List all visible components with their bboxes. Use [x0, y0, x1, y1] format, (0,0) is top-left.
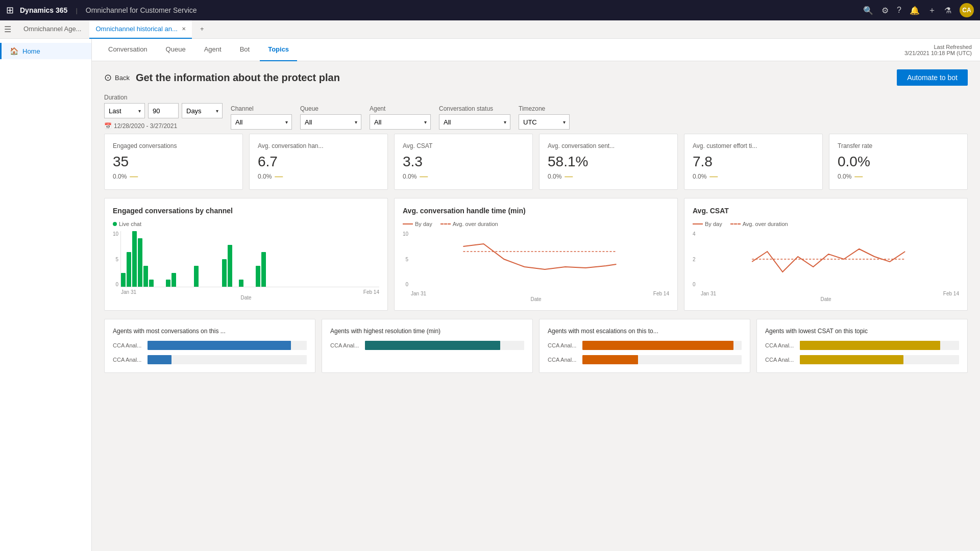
- analytics-tabs: Conversation Queue Agent Bot Topics Last…: [92, 39, 980, 61]
- kpi-footer: 0.0% —: [548, 172, 669, 181]
- refresh-date: 3/21/2021 10:18 PM (UTC): [904, 50, 972, 56]
- last-select[interactable]: Last: [104, 103, 145, 118]
- tab-omnichannel-age[interactable]: Omnichannel Age...: [17, 20, 87, 39]
- tab-bot[interactable]: Bot: [232, 39, 258, 61]
- tab-omnichannel-historical[interactable]: Omnichannel historical an... ✕: [89, 20, 191, 39]
- queue-label: Queue: [300, 105, 361, 112]
- queue-select[interactable]: All: [300, 114, 361, 130]
- legend-label: Avg. over duration: [743, 221, 788, 227]
- kpi-change: 0.0%: [113, 173, 127, 180]
- legend-dashed: [440, 223, 451, 224]
- kpi-engaged-conversations: Engaged conversations 35 0.0% —: [104, 134, 243, 190]
- notification-icon[interactable]: 🔔: [910, 6, 920, 15]
- kpi-title: Avg. customer effort ti...: [693, 142, 814, 149]
- kpi-avg-handle-time: Avg. conversation han... 6.7 0.0% —: [249, 134, 388, 190]
- status-filter: Conversation status All: [439, 105, 510, 130]
- help-icon[interactable]: ?: [897, 6, 901, 15]
- kpi-title: Avg. conversation han...: [258, 142, 379, 149]
- tab-label: Omnichannel historical an...: [95, 25, 177, 33]
- legend-avg: Avg. over duration: [440, 221, 498, 227]
- bar-fill: [148, 341, 291, 350]
- bar-track: [800, 341, 959, 350]
- bar-label: CCA Anal...: [113, 357, 143, 363]
- bar-row: CCA Anal...: [113, 355, 307, 364]
- days-unit-select[interactable]: Days: [182, 103, 223, 118]
- bar-track: [365, 341, 524, 350]
- line-chart-svg: [410, 231, 669, 287]
- hamburger-icon[interactable]: ☰: [4, 24, 11, 34]
- bar-chart-area: [120, 231, 379, 287]
- kpi-footer: 0.0% —: [403, 172, 524, 181]
- bar-label: CCA Anal...: [113, 342, 143, 348]
- back-button[interactable]: ⊙ Back: [104, 72, 130, 83]
- y-axis: 420: [693, 231, 698, 287]
- back-label: Back: [115, 74, 130, 82]
- avatar[interactable]: CA: [960, 3, 974, 17]
- legend-label: Avg. over duration: [453, 221, 498, 227]
- bar-fill: [582, 355, 638, 364]
- plus-icon[interactable]: ＋: [928, 5, 936, 16]
- bar-fill: [800, 355, 903, 364]
- filter-icon[interactable]: ⚗: [944, 6, 951, 15]
- page-header: ⊙ Back Get the information about the pro…: [104, 69, 968, 86]
- legend-by-day: By day: [403, 221, 432, 227]
- bar-row: CCA Anal...: [765, 341, 959, 350]
- bar: [261, 252, 266, 287]
- chart-title: Avg. conversation handle time (min): [403, 207, 669, 215]
- kpi-customer-effort: Avg. customer effort ti... 7.8 0.0% —: [684, 134, 823, 190]
- bar-fill: [800, 341, 940, 350]
- kpi-dash: —: [130, 172, 138, 181]
- bar-fill: [148, 355, 172, 364]
- kpi-title: Avg. conversation sent...: [548, 142, 669, 149]
- y-axis: 1050: [403, 231, 410, 287]
- tab-queue[interactable]: Queue: [158, 39, 194, 61]
- main-layout: 🏠 Home Conversation Queue Agent Bot Topi…: [0, 39, 980, 551]
- legend-line: [403, 223, 413, 224]
- bar: [222, 259, 227, 287]
- legend-avg: Avg. over duration: [730, 221, 788, 227]
- close-icon[interactable]: ✕: [182, 26, 186, 32]
- timezone-select[interactable]: UTC: [519, 114, 570, 130]
- status-label: Conversation status: [439, 105, 510, 112]
- channel-select[interactable]: All: [231, 114, 292, 130]
- agent-filter: Agent All: [370, 105, 431, 130]
- kpi-row: Engaged conversations 35 0.0% — Avg. con…: [104, 134, 968, 190]
- csat-chart-svg: [698, 231, 959, 287]
- kpi-value: 3.3: [403, 154, 524, 170]
- most-conversations-card: Agents with most conversations on this .…: [104, 319, 315, 373]
- avg-handle-time-chart: Avg. conversation handle time (min) By d…: [394, 198, 678, 311]
- legend-dashed: [730, 223, 741, 224]
- h-bar-chart: CCA Anal... CCA Anal...: [765, 341, 959, 364]
- highest-resolution-card: Agents with highest resolution time (min…: [322, 319, 533, 373]
- bar-fill: [365, 341, 500, 350]
- legend-line: [693, 223, 703, 224]
- bar: [166, 280, 170, 287]
- bar: [256, 266, 260, 287]
- filters-row: Duration Last Days: [104, 94, 968, 130]
- tab-agent[interactable]: Agent: [196, 39, 230, 61]
- tab-topics[interactable]: Topics: [260, 39, 297, 61]
- agent-select[interactable]: All: [370, 114, 431, 130]
- kpi-title: Avg. CSAT: [403, 142, 524, 149]
- legend-label: By day: [415, 221, 432, 227]
- kpi-footer: 0.0% —: [838, 172, 959, 181]
- days-input[interactable]: [148, 103, 179, 118]
- search-icon[interactable]: 🔍: [863, 6, 873, 15]
- sidebar-item-home[interactable]: 🏠 Home: [0, 43, 91, 59]
- legend-label: Live chat: [119, 221, 141, 227]
- status-select[interactable]: All: [439, 114, 510, 130]
- kpi-footer: 0.0% —: [258, 172, 379, 181]
- timezone-filter: Timezone UTC: [519, 105, 570, 130]
- bar-label: CCA Anal...: [765, 342, 796, 348]
- settings-icon[interactable]: ⚙: [881, 6, 889, 15]
- automate-to-bot-button[interactable]: Automate to bot: [897, 69, 968, 86]
- add-tab-button[interactable]: +: [194, 20, 210, 39]
- nav-icons: 🔍 ⚙ ? 🔔 ＋ ⚗ CA: [863, 3, 974, 17]
- avg-csat-chart: Avg. CSAT By day Avg. over duration: [684, 198, 968, 311]
- app-name-label: Omnichannel for Customer Service: [86, 6, 197, 14]
- kpi-footer: 0.0% —: [693, 172, 814, 181]
- kpi-footer: 0.0% —: [113, 172, 234, 181]
- tab-conversation[interactable]: Conversation: [100, 39, 156, 61]
- h-bar-chart: CCA Anal... CCA Anal...: [113, 341, 307, 364]
- app-grid-icon[interactable]: ⊞: [6, 5, 14, 16]
